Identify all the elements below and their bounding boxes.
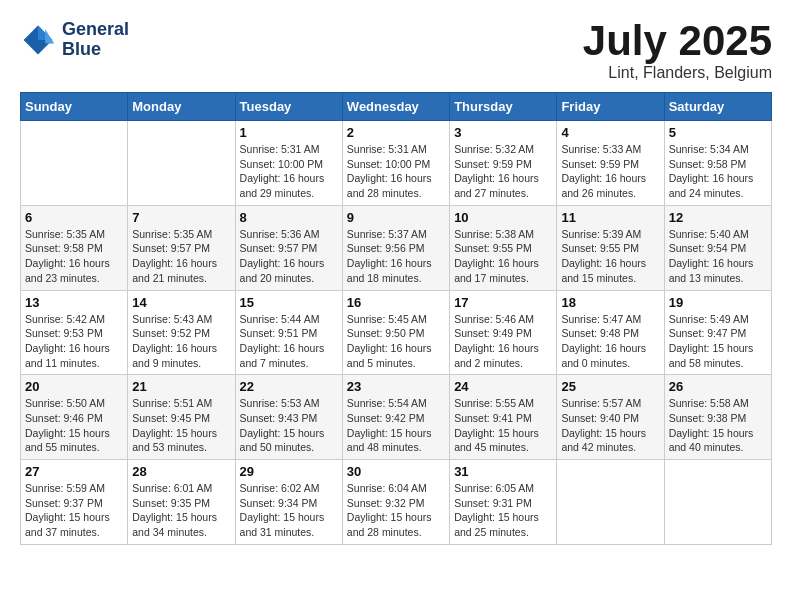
day-number: 28 <box>132 464 230 479</box>
calendar-cell: 21Sunrise: 5:51 AM Sunset: 9:45 PM Dayli… <box>128 375 235 460</box>
calendar-cell: 12Sunrise: 5:40 AM Sunset: 9:54 PM Dayli… <box>664 205 771 290</box>
page-header: General Blue July 2025 Lint, Flanders, B… <box>20 20 772 82</box>
day-number: 8 <box>240 210 338 225</box>
day-number: 19 <box>669 295 767 310</box>
day-info: Sunrise: 5:36 AM Sunset: 9:57 PM Dayligh… <box>240 227 338 286</box>
calendar-cell: 20Sunrise: 5:50 AM Sunset: 9:46 PM Dayli… <box>21 375 128 460</box>
day-info: Sunrise: 5:57 AM Sunset: 9:40 PM Dayligh… <box>561 396 659 455</box>
calendar-cell: 14Sunrise: 5:43 AM Sunset: 9:52 PM Dayli… <box>128 290 235 375</box>
day-info: Sunrise: 5:34 AM Sunset: 9:58 PM Dayligh… <box>669 142 767 201</box>
day-info: Sunrise: 5:42 AM Sunset: 9:53 PM Dayligh… <box>25 312 123 371</box>
week-row-1: 1Sunrise: 5:31 AM Sunset: 10:00 PM Dayli… <box>21 121 772 206</box>
day-number: 21 <box>132 379 230 394</box>
day-number: 2 <box>347 125 445 140</box>
weekday-header-monday: Monday <box>128 93 235 121</box>
day-info: Sunrise: 5:59 AM Sunset: 9:37 PM Dayligh… <box>25 481 123 540</box>
day-info: Sunrise: 5:50 AM Sunset: 9:46 PM Dayligh… <box>25 396 123 455</box>
calendar-cell <box>128 121 235 206</box>
day-number: 24 <box>454 379 552 394</box>
calendar-cell <box>21 121 128 206</box>
calendar-cell: 10Sunrise: 5:38 AM Sunset: 9:55 PM Dayli… <box>450 205 557 290</box>
calendar-cell: 16Sunrise: 5:45 AM Sunset: 9:50 PM Dayli… <box>342 290 449 375</box>
month-title: July 2025 <box>583 20 772 62</box>
day-number: 1 <box>240 125 338 140</box>
day-info: Sunrise: 5:43 AM Sunset: 9:52 PM Dayligh… <box>132 312 230 371</box>
week-row-3: 13Sunrise: 5:42 AM Sunset: 9:53 PM Dayli… <box>21 290 772 375</box>
day-info: Sunrise: 6:02 AM Sunset: 9:34 PM Dayligh… <box>240 481 338 540</box>
calendar-cell: 23Sunrise: 5:54 AM Sunset: 9:42 PM Dayli… <box>342 375 449 460</box>
day-info: Sunrise: 5:33 AM Sunset: 9:59 PM Dayligh… <box>561 142 659 201</box>
day-info: Sunrise: 5:54 AM Sunset: 9:42 PM Dayligh… <box>347 396 445 455</box>
day-number: 29 <box>240 464 338 479</box>
day-info: Sunrise: 5:31 AM Sunset: 10:00 PM Daylig… <box>240 142 338 201</box>
day-number: 10 <box>454 210 552 225</box>
day-number: 5 <box>669 125 767 140</box>
weekday-header-saturday: Saturday <box>664 93 771 121</box>
calendar-cell: 31Sunrise: 6:05 AM Sunset: 9:31 PM Dayli… <box>450 460 557 545</box>
calendar-cell: 6Sunrise: 5:35 AM Sunset: 9:58 PM Daylig… <box>21 205 128 290</box>
day-number: 27 <box>25 464 123 479</box>
day-info: Sunrise: 5:37 AM Sunset: 9:56 PM Dayligh… <box>347 227 445 286</box>
weekday-header-friday: Friday <box>557 93 664 121</box>
day-number: 12 <box>669 210 767 225</box>
day-info: Sunrise: 6:05 AM Sunset: 9:31 PM Dayligh… <box>454 481 552 540</box>
day-number: 11 <box>561 210 659 225</box>
day-number: 15 <box>240 295 338 310</box>
calendar-cell: 9Sunrise: 5:37 AM Sunset: 9:56 PM Daylig… <box>342 205 449 290</box>
weekday-header-sunday: Sunday <box>21 93 128 121</box>
day-number: 30 <box>347 464 445 479</box>
calendar-cell: 8Sunrise: 5:36 AM Sunset: 9:57 PM Daylig… <box>235 205 342 290</box>
calendar-cell: 18Sunrise: 5:47 AM Sunset: 9:48 PM Dayli… <box>557 290 664 375</box>
calendar-cell: 26Sunrise: 5:58 AM Sunset: 9:38 PM Dayli… <box>664 375 771 460</box>
day-info: Sunrise: 5:55 AM Sunset: 9:41 PM Dayligh… <box>454 396 552 455</box>
day-info: Sunrise: 5:38 AM Sunset: 9:55 PM Dayligh… <box>454 227 552 286</box>
day-info: Sunrise: 6:01 AM Sunset: 9:35 PM Dayligh… <box>132 481 230 540</box>
week-row-4: 20Sunrise: 5:50 AM Sunset: 9:46 PM Dayli… <box>21 375 772 460</box>
calendar-cell: 7Sunrise: 5:35 AM Sunset: 9:57 PM Daylig… <box>128 205 235 290</box>
day-number: 13 <box>25 295 123 310</box>
day-info: Sunrise: 5:49 AM Sunset: 9:47 PM Dayligh… <box>669 312 767 371</box>
week-row-5: 27Sunrise: 5:59 AM Sunset: 9:37 PM Dayli… <box>21 460 772 545</box>
day-info: Sunrise: 5:46 AM Sunset: 9:49 PM Dayligh… <box>454 312 552 371</box>
weekday-header-row: SundayMondayTuesdayWednesdayThursdayFrid… <box>21 93 772 121</box>
logo-icon <box>20 22 56 58</box>
day-number: 20 <box>25 379 123 394</box>
calendar-cell: 19Sunrise: 5:49 AM Sunset: 9:47 PM Dayli… <box>664 290 771 375</box>
calendar-cell: 2Sunrise: 5:31 AM Sunset: 10:00 PM Dayli… <box>342 121 449 206</box>
day-number: 4 <box>561 125 659 140</box>
weekday-header-wednesday: Wednesday <box>342 93 449 121</box>
calendar-cell <box>557 460 664 545</box>
calendar-cell: 24Sunrise: 5:55 AM Sunset: 9:41 PM Dayli… <box>450 375 557 460</box>
day-info: Sunrise: 5:53 AM Sunset: 9:43 PM Dayligh… <box>240 396 338 455</box>
day-number: 14 <box>132 295 230 310</box>
calendar-cell: 13Sunrise: 5:42 AM Sunset: 9:53 PM Dayli… <box>21 290 128 375</box>
day-info: Sunrise: 5:58 AM Sunset: 9:38 PM Dayligh… <box>669 396 767 455</box>
calendar-cell: 22Sunrise: 5:53 AM Sunset: 9:43 PM Dayli… <box>235 375 342 460</box>
day-number: 23 <box>347 379 445 394</box>
calendar-cell: 3Sunrise: 5:32 AM Sunset: 9:59 PM Daylig… <box>450 121 557 206</box>
day-info: Sunrise: 6:04 AM Sunset: 9:32 PM Dayligh… <box>347 481 445 540</box>
day-number: 16 <box>347 295 445 310</box>
logo: General Blue <box>20 20 129 60</box>
calendar-cell: 17Sunrise: 5:46 AM Sunset: 9:49 PM Dayli… <box>450 290 557 375</box>
day-number: 17 <box>454 295 552 310</box>
calendar-cell: 29Sunrise: 6:02 AM Sunset: 9:34 PM Dayli… <box>235 460 342 545</box>
title-area: July 2025 Lint, Flanders, Belgium <box>583 20 772 82</box>
day-number: 9 <box>347 210 445 225</box>
calendar-cell: 25Sunrise: 5:57 AM Sunset: 9:40 PM Dayli… <box>557 375 664 460</box>
week-row-2: 6Sunrise: 5:35 AM Sunset: 9:58 PM Daylig… <box>21 205 772 290</box>
day-info: Sunrise: 5:45 AM Sunset: 9:50 PM Dayligh… <box>347 312 445 371</box>
day-number: 6 <box>25 210 123 225</box>
calendar-cell: 28Sunrise: 6:01 AM Sunset: 9:35 PM Dayli… <box>128 460 235 545</box>
day-info: Sunrise: 5:31 AM Sunset: 10:00 PM Daylig… <box>347 142 445 201</box>
day-number: 3 <box>454 125 552 140</box>
calendar-cell: 30Sunrise: 6:04 AM Sunset: 9:32 PM Dayli… <box>342 460 449 545</box>
calendar-cell: 5Sunrise: 5:34 AM Sunset: 9:58 PM Daylig… <box>664 121 771 206</box>
day-number: 25 <box>561 379 659 394</box>
calendar-cell: 27Sunrise: 5:59 AM Sunset: 9:37 PM Dayli… <box>21 460 128 545</box>
day-info: Sunrise: 5:32 AM Sunset: 9:59 PM Dayligh… <box>454 142 552 201</box>
weekday-header-tuesday: Tuesday <box>235 93 342 121</box>
location: Lint, Flanders, Belgium <box>583 64 772 82</box>
day-info: Sunrise: 5:47 AM Sunset: 9:48 PM Dayligh… <box>561 312 659 371</box>
day-info: Sunrise: 5:44 AM Sunset: 9:51 PM Dayligh… <box>240 312 338 371</box>
